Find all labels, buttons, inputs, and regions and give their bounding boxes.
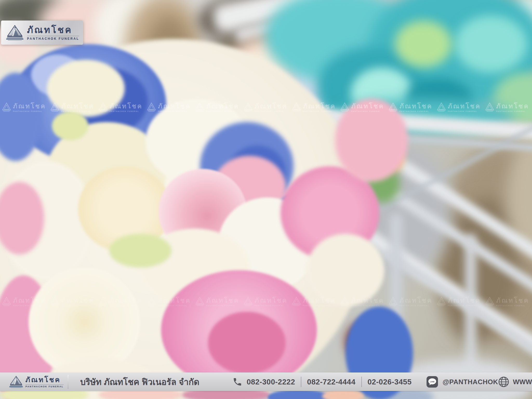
- contact-bar: ภัณทโชค PANTHACHOK FUNERAL บริษัท ภัณทโช…: [0, 373, 532, 391]
- footer-brand-logo: ภัณทโชค PANTHACHOK FUNERAL: [9, 375, 64, 389]
- brand-name-thai: ภัณทโชค: [27, 25, 79, 35]
- photo-paint-blob: [208, 312, 286, 374]
- photo-paint-blob: [268, 390, 330, 399]
- footer-brand-thai: ภัณทโชค: [25, 376, 64, 384]
- brand-badge: ภัณทโชค PANTHACHOK FUNERAL: [1, 21, 83, 45]
- triangle-pyramid-logo-icon: [6, 24, 23, 41]
- triangle-pyramid-logo-icon: [9, 375, 23, 389]
- line-contact: LINE @PANTHACHOK: [426, 376, 498, 388]
- footer-brand-latin: PANTHACHOK FUNERAL: [25, 385, 64, 388]
- phone-numbers: 082-300-2222 082-722-4444 02-026-3455: [232, 377, 411, 387]
- photo-paint-blob: [52, 112, 88, 140]
- photo-paint-blob: [455, 16, 527, 73]
- brand-name-latin: PANTHACHOK FUNERAL: [27, 37, 79, 41]
- svg-text:LINE: LINE: [430, 381, 435, 383]
- company-name: บริษัท ภัณทโชค ฟิวเนอรัล จำกัด: [80, 375, 200, 389]
- phone-number-1: 082-300-2222: [247, 378, 295, 386]
- line-app-icon: LINE: [426, 376, 438, 388]
- brand-divider: [27, 36, 79, 36]
- website-contact: WWW.PANTHACHOK.CO.TH: [498, 376, 532, 388]
- photo-paint-blob: [335, 99, 408, 182]
- footer-brand-divider: [25, 384, 64, 385]
- phone-divider: [361, 377, 362, 387]
- photo-paint-blob: [109, 234, 171, 268]
- photo-paint-blob: [465, 234, 476, 379]
- phone-number-3: 02-026-3455: [368, 378, 412, 386]
- phone-number-2: 082-722-4444: [307, 378, 356, 386]
- photo-paint-blob: [395, 21, 452, 68]
- funeral-flowers-photo: [0, 0, 532, 399]
- photo-paint-blob: [47, 60, 125, 117]
- website-url: WWW.PANTHACHOK.CO.TH: [513, 378, 532, 386]
- phone-divider: [301, 377, 301, 387]
- globe-icon: [498, 376, 509, 388]
- promo-image: ภัณทโชคPANTHACHOK FUNERALภัณทโชคPANTHACH…: [0, 0, 532, 399]
- photo-paint-blob: [322, 390, 364, 399]
- footer-section-divider: [68, 375, 68, 389]
- photo-paint-blob: [307, 234, 384, 307]
- phone-handset-icon: [232, 377, 242, 387]
- line-handle: @PANTHACHOK: [443, 378, 498, 386]
